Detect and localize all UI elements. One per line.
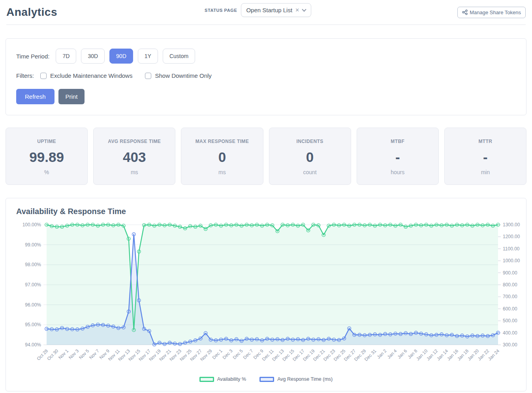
stat-unit: min (446, 169, 524, 175)
exclude-maintenance-label: Exclude Maintenance Windows (50, 72, 132, 79)
svg-text:300.00: 300.00 (503, 342, 517, 348)
svg-text:800.00: 800.00 (503, 282, 517, 288)
filters-label: Filters: (16, 72, 34, 79)
stat-unit: ms (95, 169, 173, 175)
svg-text:500.00: 500.00 (503, 318, 517, 323)
share-icon (462, 9, 468, 15)
svg-text:1000.00: 1000.00 (503, 258, 520, 263)
svg-text:Dec 7: Dec 7 (242, 348, 254, 360)
close-icon[interactable]: ✕ (295, 7, 299, 13)
period-button-7d[interactable]: 7D (56, 49, 76, 64)
svg-text:96.00%: 96.00% (25, 302, 41, 308)
stat-card-uptime: UPTIME 99.89 % (6, 128, 88, 185)
svg-text:94.00%: 94.00% (25, 342, 41, 348)
svg-text:Oct 28: Oct 28 (36, 348, 49, 361)
manage-share-tokens-button[interactable]: Manage Share Tokens (457, 7, 526, 18)
status-page-group: STATUS PAGE Open Startup List ✕ (205, 3, 311, 17)
response-legend-swatch (259, 377, 274, 382)
svg-text:1300.00: 1300.00 (503, 222, 520, 228)
svg-text:1200.00: 1200.00 (503, 234, 520, 239)
status-page-selected-value: Open Startup List (246, 7, 292, 13)
svg-text:1100.00: 1100.00 (503, 246, 520, 252)
svg-text:Nov 7: Nov 7 (88, 348, 100, 360)
refresh-button[interactable]: Refresh (16, 89, 55, 104)
svg-text:Jan 22: Jan 22 (477, 348, 490, 361)
svg-text:Dec 1: Dec 1 (211, 348, 223, 360)
response-legend-label: Avg Response Time (ms) (277, 376, 333, 382)
page-title: Analytics (6, 6, 57, 19)
show-downtime-checkbox[interactable] (145, 73, 151, 79)
svg-text:Jan 4: Jan 4 (386, 348, 398, 360)
chevron-down-icon (302, 7, 306, 11)
svg-text:Jan 20: Jan 20 (467, 348, 480, 361)
stat-value: 403 (95, 149, 173, 165)
stat-value: - (359, 149, 437, 165)
status-page-select[interactable]: Open Startup List ✕ (241, 3, 311, 17)
print-button[interactable]: Print (58, 89, 85, 104)
time-period-label: Time Period: (16, 53, 49, 60)
stat-unit: count (271, 169, 349, 175)
availability-legend-swatch (199, 377, 214, 382)
svg-text:100.00%: 100.00% (23, 222, 41, 228)
svg-text:700.00: 700.00 (503, 294, 517, 299)
svg-text:Dec 3: Dec 3 (222, 348, 233, 360)
stat-card-incidents: INCIDENTS 0 count (269, 128, 351, 185)
svg-text:97.00%: 97.00% (25, 282, 41, 288)
legend-item-availability: Availability % (199, 376, 246, 382)
svg-text:Nov 3: Nov 3 (68, 348, 80, 360)
svg-text:Jan 24: Jan 24 (487, 348, 500, 361)
svg-text:98.00%: 98.00% (25, 262, 41, 267)
stat-unit: ms (183, 169, 261, 175)
stat-card-avg-response: AVG RESPONSE TIME 403 ms (93, 128, 175, 185)
chart-title: Availability & Response Time (6, 207, 526, 216)
svg-text:600.00: 600.00 (503, 306, 517, 312)
stat-value: 0 (183, 149, 261, 165)
stat-card-mttr: MTTR - min (444, 128, 526, 185)
stat-label: MAX RESPONSE TIME (183, 139, 261, 144)
stat-label: UPTIME (8, 139, 86, 144)
svg-text:Jan 10: Jan 10 (415, 348, 429, 361)
svg-text:Jan 16: Jan 16 (446, 348, 459, 361)
stats-row: UPTIME 99.89 % AVG RESPONSE TIME 403 ms … (6, 128, 526, 185)
stat-card-mtbf: MTBF - hours (357, 128, 439, 185)
stat-label: INCIDENTS (271, 139, 349, 144)
stat-label: MTBF (359, 139, 437, 144)
svg-text:Dec 5: Dec 5 (232, 348, 244, 360)
chart-panel: Availability & Response Time 100.00%99.0… (6, 198, 526, 391)
stat-value: - (446, 149, 524, 165)
period-button-30d[interactable]: 30D (81, 49, 105, 64)
svg-text:Nov 29: Nov 29 (199, 348, 213, 362)
legend-item-response: Avg Response Time (ms) (259, 376, 333, 382)
stat-unit: % (8, 169, 86, 175)
svg-text:Nov 1: Nov 1 (58, 348, 70, 360)
show-downtime-group: Show Downtime Only (145, 72, 211, 79)
period-button-1y[interactable]: 1Y (138, 49, 158, 64)
svg-text:Jan 2: Jan 2 (376, 348, 387, 359)
svg-text:Jan 12: Jan 12 (426, 348, 439, 361)
period-button-custom[interactable]: Custom (163, 49, 195, 64)
svg-text:99.00%: 99.00% (25, 242, 41, 248)
svg-text:Nov 5: Nov 5 (78, 348, 90, 360)
header: Analytics STATUS PAGE Open Startup List … (0, 0, 532, 24)
status-page-label: STATUS PAGE (205, 8, 237, 13)
stat-value: 0 (271, 149, 349, 165)
svg-text:Jan 18: Jan 18 (457, 348, 470, 361)
chart-legend: Availability % Avg Response Time (ms) (6, 376, 526, 382)
filters-row: Filters: Exclude Maintenance Windows Sho… (16, 72, 516, 79)
manage-share-tokens-label: Manage Share Tokens (470, 9, 521, 15)
show-downtime-label: Show Downtime Only (155, 72, 211, 79)
svg-text:900.00: 900.00 (503, 270, 517, 276)
svg-text:Dec 31: Dec 31 (363, 348, 377, 362)
stat-label: AVG RESPONSE TIME (95, 139, 173, 144)
stat-card-max-response: MAX RESPONSE TIME 0 ms (181, 128, 263, 185)
period-button-90d[interactable]: 90D (109, 49, 133, 64)
availability-response-chart: 100.00%99.00%98.00%97.00%96.00%95.00%94.… (8, 217, 527, 376)
filter-panel: Time Period: 7D 30D 90D 1Y Custom Filter… (6, 38, 526, 115)
exclude-maintenance-checkbox[interactable] (40, 73, 47, 79)
action-buttons-row: Refresh Print (16, 89, 516, 104)
exclude-maintenance-group: Exclude Maintenance Windows (40, 72, 132, 79)
svg-text:95.00%: 95.00% (25, 322, 41, 327)
stat-unit: hours (359, 169, 437, 175)
stat-label: MTTR (446, 139, 524, 144)
svg-text:400.00: 400.00 (503, 330, 517, 336)
